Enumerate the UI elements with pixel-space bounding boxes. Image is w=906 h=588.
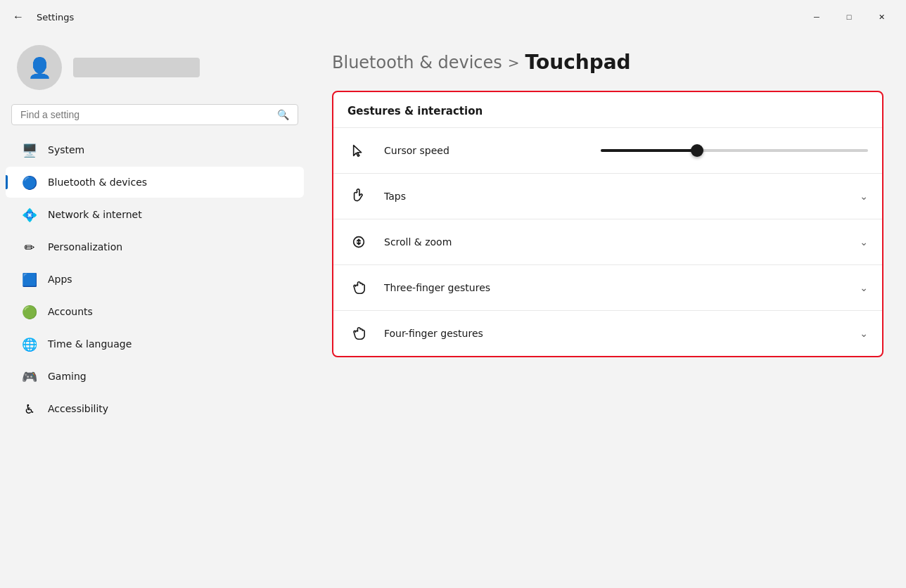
bluetooth-icon: 🔵 [23, 175, 37, 189]
breadcrumb-separator: > [508, 54, 520, 71]
accessibility-icon: ♿ [23, 402, 37, 416]
four-finger-icon [347, 322, 370, 345]
sidebar-item-label: Gaming [48, 371, 87, 382]
sidebar-item-accounts[interactable]: 🟢 Accounts [6, 296, 304, 327]
sidebar-item-bluetooth[interactable]: 🔵 Bluetooth & devices [6, 167, 304, 198]
sidebar-item-network[interactable]: 💠 Network & internet [6, 199, 304, 230]
sidebar-item-label: Accounts [48, 306, 93, 317]
close-button[interactable]: ✕ [865, 6, 898, 28]
network-icon: 💠 [23, 207, 37, 222]
breadcrumb-parent: Bluetooth & devices [332, 53, 502, 72]
sidebar-item-gaming[interactable]: 🎮 Gaming [6, 361, 304, 392]
sidebar-item-label: Accessibility [48, 403, 108, 414]
sidebar-item-label: Time & language [48, 338, 132, 350]
system-icon: 🖥️ [23, 143, 37, 157]
taps-chevron-icon: ⌄ [860, 191, 868, 202]
slider-fill [601, 149, 697, 152]
three-finger-label: Three-finger gestures [384, 282, 860, 293]
taps-label: Taps [384, 191, 860, 202]
three-finger-icon [347, 276, 370, 299]
titlebar-left: ← Settings [8, 7, 74, 27]
three-finger-right: ⌄ [860, 282, 868, 293]
app-body: 👤 🔍 🖥️ System 🔵 Bluetooth & devices 💠 Ne… [0, 34, 906, 588]
four-finger-label: Four-finger gestures [384, 328, 860, 339]
three-finger-row[interactable]: Three-finger gestures ⌄ [333, 264, 882, 310]
personalization-icon: ✏️ [23, 240, 37, 254]
three-finger-chevron-icon: ⌄ [860, 282, 868, 293]
taps-row[interactable]: Taps ⌄ [333, 173, 882, 219]
sidebar-item-apps[interactable]: 🟦 Apps [6, 264, 304, 295]
sidebar-item-label: System [48, 144, 84, 155]
scroll-zoom-right: ⌄ [860, 236, 868, 248]
breadcrumb-current: Touchpad [525, 51, 631, 74]
section-title: Gestures & interaction [333, 92, 882, 127]
accounts-icon: 🟢 [23, 305, 37, 319]
search-button[interactable]: 🔍 [277, 109, 289, 120]
sidebar-item-personalization[interactable]: ✏️ Personalization [6, 231, 304, 262]
app-title: Settings [37, 12, 74, 23]
breadcrumb: Bluetooth & devices > Touchpad [332, 51, 883, 74]
user-icon: 👤 [27, 56, 52, 79]
sidebar-item-label: Bluetooth & devices [48, 177, 147, 188]
titlebar: ← Settings ─ □ ✕ [0, 0, 906, 34]
search-input[interactable] [20, 109, 272, 120]
slider-track[interactable] [601, 149, 868, 152]
settings-card: Gestures & interaction Cursor speed [332, 91, 883, 357]
user-name-placeholder [73, 58, 200, 77]
scroll-zoom-chevron-icon: ⌄ [860, 236, 868, 248]
search-box: 🔍 [11, 104, 298, 125]
sidebar: 👤 🔍 🖥️ System 🔵 Bluetooth & devices 💠 Ne… [0, 34, 310, 588]
four-finger-row[interactable]: Four-finger gestures ⌄ [333, 310, 882, 356]
slider-container [601, 149, 868, 152]
slider-thumb[interactable] [691, 144, 703, 157]
sidebar-item-time[interactable]: 🌐 Time & language [6, 328, 304, 359]
cursor-speed-row[interactable]: Cursor speed [333, 127, 882, 173]
sidebar-item-label: Apps [48, 274, 72, 285]
time-icon: 🌐 [23, 337, 37, 351]
sidebar-item-label: Network & internet [48, 209, 142, 220]
gaming-icon: 🎮 [23, 369, 37, 383]
four-finger-right: ⌄ [860, 328, 868, 339]
user-section: 👤 [0, 34, 310, 104]
taps-right: ⌄ [860, 191, 868, 202]
four-finger-chevron-icon: ⌄ [860, 328, 868, 339]
minimize-button[interactable]: ─ [800, 6, 833, 28]
scroll-zoom-icon [347, 231, 370, 253]
back-button[interactable]: ← [8, 7, 28, 27]
cursor-speed-icon [347, 139, 370, 162]
maximize-button[interactable]: □ [833, 6, 865, 28]
sidebar-item-system[interactable]: 🖥️ System [6, 134, 304, 165]
scroll-zoom-row[interactable]: Scroll & zoom ⌄ [333, 219, 882, 264]
cursor-speed-label: Cursor speed [384, 145, 601, 156]
apps-icon: 🟦 [23, 272, 37, 286]
avatar: 👤 [17, 45, 62, 90]
sidebar-item-label: Personalization [48, 241, 122, 253]
taps-icon [347, 185, 370, 207]
scroll-zoom-label: Scroll & zoom [384, 236, 860, 248]
main-content: Bluetooth & devices > Touchpad Gestures … [310, 34, 906, 588]
sidebar-item-accessibility[interactable]: ♿ Accessibility [6, 393, 304, 424]
window-controls: ─ □ ✕ [800, 6, 898, 28]
